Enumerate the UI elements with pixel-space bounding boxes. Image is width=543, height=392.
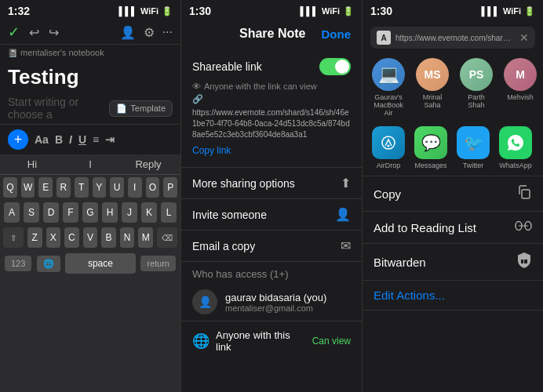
status-icons-1: ▌▌▌ WiFi 🔋 — [118, 6, 173, 16]
key-i[interactable]: I — [128, 177, 142, 198]
copy-link-button[interactable]: Copy link — [192, 142, 351, 159]
status-icons-2: ▌▌▌ WiFi 🔋 — [300, 6, 354, 16]
key-m[interactable]: M — [138, 227, 153, 248]
suggestion-1[interactable]: Hi — [3, 158, 61, 170]
toolbar-left: ✓ ↩ ↪ — [8, 24, 59, 41]
more-sharing-row[interactable]: More sharing options ⬆ — [181, 168, 362, 199]
redo-icon[interactable]: ↪ — [49, 25, 59, 40]
key-delete[interactable]: ⌫ — [157, 227, 177, 248]
key-space[interactable]: space — [65, 253, 136, 274]
insert-button[interactable]: + — [8, 129, 28, 150]
key-y[interactable]: Y — [93, 177, 107, 198]
note-title[interactable]: Testing — [0, 60, 180, 93]
contact-parth[interactable]: PS ParthShah — [458, 58, 494, 117]
key-k[interactable]: K — [141, 202, 157, 223]
svg-rect-2 — [522, 190, 530, 198]
share-title: Share Note — [224, 27, 322, 41]
key-shift[interactable]: ⇧ — [3, 227, 24, 248]
invite-someone-row[interactable]: Invite someone 👤 — [181, 199, 362, 230]
close-icon[interactable]: ✕ — [519, 31, 529, 44]
app-messages[interactable]: 💬 Messages — [413, 126, 449, 169]
font-size-button[interactable]: Aa — [35, 133, 49, 146]
key-t[interactable]: T — [75, 177, 89, 198]
user-avatar: 👤 — [192, 289, 217, 314]
key-w[interactable]: W — [21, 177, 35, 198]
key-g[interactable]: G — [82, 202, 98, 223]
copy-action-row[interactable]: Copy — [363, 176, 543, 212]
key-h[interactable]: H — [102, 202, 118, 223]
key-l[interactable]: L — [161, 202, 177, 223]
anyone-can-view: 👁 Anyone with the link can view — [192, 80, 351, 93]
key-b[interactable]: B — [101, 227, 116, 248]
contact-avatar-mrinal: MS — [416, 58, 449, 91]
favicon: A — [377, 31, 391, 45]
key-c[interactable]: C — [64, 227, 79, 248]
template-label: Template — [130, 103, 166, 113]
share-link-url[interactable]: https://www.evernote.com/shard/s146/sh/4… — [192, 106, 351, 142]
underline-button[interactable]: U — [78, 133, 86, 146]
bitwarden-action-row[interactable]: Bitwarden — [363, 244, 543, 281]
contact-avatar-macbook: 💻 — [372, 58, 405, 91]
email-icon: ✉ — [341, 238, 351, 253]
key-z[interactable]: Z — [27, 227, 42, 248]
svg-point-1 — [388, 145, 390, 147]
contact-mehvish[interactable]: M Mehvish — [502, 58, 538, 117]
reading-list-action-row[interactable]: Add to Reading List — [363, 212, 543, 244]
user-row: 👤 gaurav bidasaria (you) mentaliser@gmai… — [181, 283, 362, 321]
contact-mrinal[interactable]: MS MrinalSaha — [414, 58, 450, 117]
wifi-icon-2: WiFi — [322, 6, 340, 16]
email-copy-label: Email a copy — [192, 240, 255, 252]
key-q[interactable]: Q — [3, 177, 17, 198]
indent-button[interactable]: ⇥ — [105, 133, 115, 146]
app-airdrop[interactable]: AirDrop — [370, 126, 406, 169]
key-r[interactable]: R — [56, 177, 71, 198]
anyone-can-view-text: Anyone with the link can view — [204, 82, 317, 91]
key-s[interactable]: S — [24, 202, 39, 223]
status-bar-3: 1:30 ▌▌▌ WiFi 🔋 — [363, 0, 543, 20]
contact-macbook[interactable]: 💻 Gaurav'sMacBook Air — [370, 58, 406, 117]
key-f[interactable]: F — [63, 202, 78, 223]
note-toolbar: ✓ ↩ ↪ 👤 ⚙ ··· — [0, 20, 180, 45]
key-x[interactable]: X — [46, 227, 61, 248]
key-j[interactable]: J — [122, 202, 137, 223]
messages-icon: 💬 — [414, 126, 447, 159]
contact-avatar-mehvish: M — [504, 58, 537, 91]
key-a[interactable]: A — [4, 202, 20, 223]
share-icon: ⬆ — [341, 176, 351, 191]
contact-name-macbook: Gaurav'sMacBook Air — [370, 93, 406, 117]
suggestion-3[interactable]: Reply — [119, 158, 177, 170]
can-view-label: Can view — [312, 336, 351, 347]
key-emoji[interactable]: 🌐 — [37, 256, 60, 272]
shareable-link-toggle[interactable] — [319, 58, 351, 75]
key-o[interactable]: O — [146, 177, 160, 198]
time-1: 1:32 — [8, 5, 30, 17]
key-u[interactable]: U — [110, 177, 124, 198]
key-p[interactable]: P — [163, 177, 177, 198]
user-icon[interactable]: 👤 — [120, 25, 136, 40]
undo-icon[interactable]: ↩ — [29, 25, 39, 40]
suggestion-2[interactable]: I — [61, 158, 119, 170]
list-button[interactable]: ≡ — [93, 133, 99, 146]
key-return[interactable]: return — [140, 256, 176, 271]
template-button[interactable]: 📄 Template — [109, 100, 173, 117]
key-123[interactable]: 123 — [5, 256, 31, 271]
more-icon[interactable]: ··· — [162, 25, 173, 39]
keyboard: Hi I Reply Q W E R T Y U I O P A S D F G… — [0, 154, 180, 392]
settings-icon[interactable]: ⚙ — [144, 25, 155, 40]
note-body[interactable]: Start writing or choose a 📄 Template — [0, 93, 180, 124]
key-e[interactable]: E — [38, 177, 53, 198]
email-copy-row[interactable]: Email a copy ✉ — [181, 230, 362, 262]
panel-evernote-note: 1:32 ▌▌▌ WiFi 🔋 ✓ ↩ ↪ 👤 ⚙ ··· 📓 mentalis… — [0, 0, 181, 392]
app-twitter[interactable]: 🐦 Twitter — [455, 126, 491, 169]
key-d[interactable]: D — [43, 202, 59, 223]
bold-button[interactable]: B — [55, 133, 63, 146]
italic-button[interactable]: I — [69, 133, 72, 146]
person-add-icon: 👤 — [335, 207, 351, 222]
done-button[interactable]: Done — [322, 27, 352, 41]
checkmark-icon[interactable]: ✓ — [8, 24, 20, 41]
key-n[interactable]: N — [120, 227, 135, 248]
app-whatsapp[interactable]: WhatsApp — [497, 126, 534, 169]
anyone-link-label: Anyone with this link — [216, 329, 306, 353]
edit-actions-row[interactable]: Edit Actions... — [363, 281, 543, 310]
key-v[interactable]: V — [83, 227, 98, 248]
